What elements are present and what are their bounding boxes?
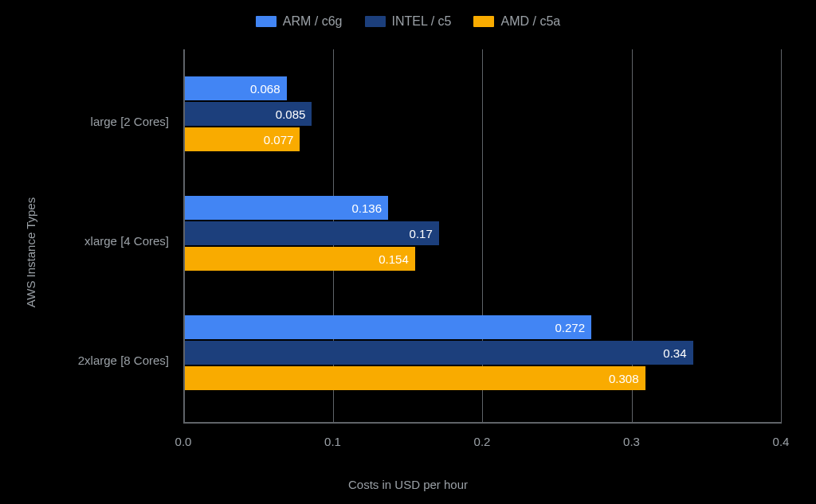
legend-label: ARM / c6g <box>283 14 343 29</box>
legend: ARM / c6g INTEL / c5 AMD / c5a <box>0 14 816 29</box>
gridline <box>183 49 184 424</box>
bar-amd: 0.077 <box>185 127 300 151</box>
legend-item-intel: INTEL / c5 <box>365 14 452 29</box>
legend-item-arm: ARM / c6g <box>256 14 343 29</box>
legend-swatch <box>365 16 386 27</box>
legend-swatch <box>473 16 494 27</box>
bar-amd: 0.308 <box>185 366 645 390</box>
bar-amd: 0.154 <box>185 247 415 271</box>
bar-intel: 0.085 <box>185 102 312 126</box>
bar-intel: 0.34 <box>185 341 693 365</box>
plot-area: 0.0 0.1 0.2 0.3 0.4 large [2 Cores] 0.06… <box>183 49 781 424</box>
bar-value-label: 0.085 <box>276 107 306 121</box>
bar-value-label: 0.154 <box>379 252 409 266</box>
bar-value-label: 0.077 <box>264 133 294 147</box>
bar-value-label: 0.136 <box>351 201 382 215</box>
bar-value-label: 0.308 <box>609 372 639 385</box>
bar-value-label: 0.068 <box>250 82 280 96</box>
y-tick-label: large [2 Cores] <box>91 115 169 128</box>
x-tick-label: 0.3 <box>623 435 640 448</box>
gridline <box>781 49 782 424</box>
x-tick-label: 0.4 <box>773 435 790 448</box>
y-axis-title: AWS Instance Types <box>24 197 37 307</box>
legend-label: AMD / c5a <box>500 14 560 29</box>
legend-swatch <box>256 16 277 27</box>
bar-chart: ARM / c6g INTEL / c5 AMD / c5a 0.0 0.1 0… <box>0 0 816 504</box>
legend-label: INTEL / c5 <box>392 14 452 29</box>
x-tick-label: 0.0 <box>175 435 192 448</box>
bar-arm: 0.136 <box>185 196 388 220</box>
bar-value-label: 0.272 <box>555 321 585 334</box>
legend-item-amd: AMD / c5a <box>473 14 560 29</box>
x-tick-label: 0.2 <box>474 435 491 448</box>
x-axis-title: Costs in USD per hour <box>0 478 816 491</box>
y-tick-label: 2xlarge [8 Cores] <box>78 354 169 367</box>
bar-arm: 0.272 <box>185 315 591 339</box>
bar-intel: 0.17 <box>185 221 439 245</box>
bar-value-label: 0.17 <box>410 227 433 240</box>
bar-value-label: 0.34 <box>663 346 686 360</box>
y-tick-label: xlarge [4 Cores] <box>84 234 169 248</box>
bar-arm: 0.068 <box>185 76 287 100</box>
x-tick-label: 0.1 <box>324 435 341 448</box>
